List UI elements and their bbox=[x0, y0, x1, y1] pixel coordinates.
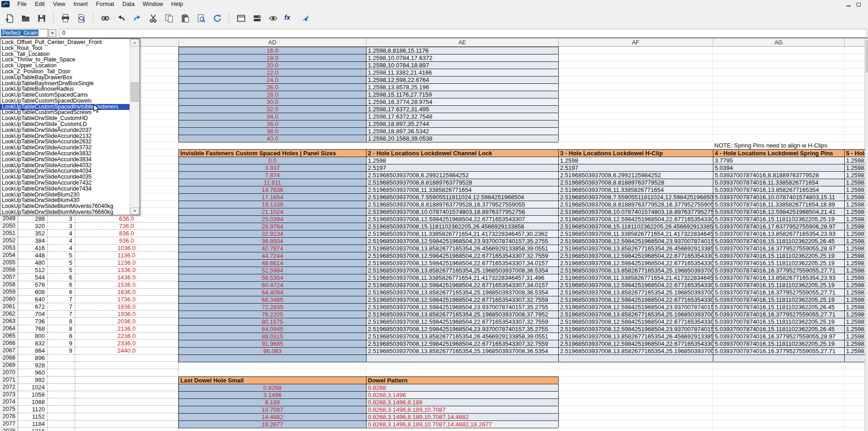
cell-ac[interactable] bbox=[75, 391, 178, 398]
cell-ag[interactable]: 5.03937007874016,15.1181102362205,25.19 bbox=[713, 252, 845, 260]
cell-ah[interactable]: 1.2598,5 bbox=[844, 208, 865, 216]
cell-af[interactable]: 2.51968503937008,13.8582677165354,26.456… bbox=[558, 245, 713, 252]
cell-ag[interactable]: 5.03937007874016,13.8582677165354 bbox=[713, 186, 845, 194]
cell-ad[interactable]: 14.7638 bbox=[178, 186, 367, 194]
cell-c[interactable]: 5 bbox=[48, 252, 75, 259]
cell-ah[interactable] bbox=[844, 61, 865, 69]
name-list-item[interactable]: LookUpTableDrwSlideAccuride2632 bbox=[0, 139, 130, 145]
table-header-2-hole[interactable]: 2 - Hole Locations Lockdowel Channel Loc… bbox=[366, 149, 559, 157]
cell-af[interactable] bbox=[558, 142, 713, 149]
name-list-item[interactable]: LookUpTableBayInsertDrwBoxSingle bbox=[0, 81, 130, 87]
cell-ae[interactable]: 1.2598,11.3382,21.4166 bbox=[366, 69, 559, 76]
cell-ah[interactable] bbox=[844, 120, 865, 127]
cell-ae[interactable]: 2.51968503937008,11.3385826771654,21.417… bbox=[366, 230, 559, 238]
cell-ag[interactable] bbox=[713, 69, 844, 76]
cell-ag[interactable] bbox=[713, 420, 844, 428]
cell-ah[interactable]: 1.2598,5 bbox=[844, 281, 865, 289]
cell-ah[interactable]: 1.2598,5 bbox=[844, 223, 865, 230]
column-header-af[interactable]: AF bbox=[558, 38, 713, 47]
cell-ag[interactable] bbox=[713, 391, 844, 398]
cell-ae[interactable]: 2.51968503937008,12.5984251968504,22.677… bbox=[366, 215, 559, 223]
menu-help[interactable]: Help bbox=[167, 1, 187, 7]
row-header[interactable]: 2069 bbox=[0, 362, 18, 369]
row-header[interactable]: 2059 bbox=[0, 289, 18, 296]
cell-ac[interactable] bbox=[75, 369, 178, 376]
cell-ad[interactable] bbox=[178, 369, 366, 376]
cell-ae[interactable]: 2.51968503937008,8.81889763779528,16.377… bbox=[366, 201, 559, 208]
name-list-item[interactable]: LookUpTableDrwSlideAccuride3832 bbox=[0, 151, 130, 157]
cell-ad[interactable]: 88.0315 bbox=[178, 333, 367, 340]
cell-ad[interactable]: 28.0 bbox=[178, 91, 367, 98]
cell-ac[interactable]: 836.0 bbox=[75, 230, 178, 237]
cell-af[interactable]: 2.51968503937008,13.8582677165354,25.196… bbox=[558, 267, 713, 274]
cell-ad[interactable]: 96.063 bbox=[178, 347, 367, 355]
table-header-panel-sizes[interactable]: Invisible Fasteners Custom Spaced Holes … bbox=[178, 149, 367, 157]
cell-c[interactable]: 4 bbox=[48, 230, 75, 237]
cell-ad[interactable]: 36.8504 bbox=[178, 237, 367, 245]
cell-ag[interactable] bbox=[713, 398, 844, 406]
cell-ag[interactable] bbox=[713, 127, 844, 135]
cell-b[interactable]: 512 bbox=[18, 267, 48, 274]
cell-ad[interactable] bbox=[178, 142, 366, 149]
cell-af[interactable] bbox=[558, 61, 713, 69]
cell-af[interactable] bbox=[558, 135, 713, 142]
cell-ae[interactable]: 0.8268,3.1496,8.189,10.7087,14.4882 bbox=[366, 413, 559, 421]
menu-view[interactable]: View bbox=[49, 1, 70, 7]
cell-ad[interactable]: 3.1496 bbox=[178, 391, 367, 399]
name-list-item-selected[interactable]: LookUpTableCustomSpacedInvisibleFastener… bbox=[0, 104, 130, 110]
name-box-dropdown-arrow-icon[interactable]: ▼ bbox=[49, 29, 56, 37]
cell-ad[interactable]: 64.4094 bbox=[178, 289, 367, 296]
cell-ag[interactable] bbox=[713, 61, 844, 69]
cell-ah[interactable] bbox=[844, 398, 865, 406]
cell-af[interactable]: 2.51968503937008,15.1181102362205,26.456… bbox=[558, 223, 713, 230]
cell-ae[interactable]: 2.51968503937008,13.8582677165354,25.196… bbox=[366, 267, 559, 274]
cell-ah[interactable]: 1.2598,5 bbox=[844, 340, 865, 348]
cell-c[interactable]: 7 bbox=[48, 303, 75, 311]
cell-ae[interactable]: 0.8268,3.1496,8.189,10.7087,14.4882,18.2… bbox=[366, 420, 559, 428]
cell-af[interactable] bbox=[558, 54, 713, 61]
row-header[interactable]: 2058 bbox=[0, 281, 18, 289]
cell-ac[interactable] bbox=[75, 428, 178, 431]
cell-af[interactable] bbox=[558, 362, 713, 369]
column-header-ag[interactable]: AG bbox=[713, 38, 844, 47]
restore-icon[interactable] bbox=[856, 2, 862, 6]
cell-ag[interactable] bbox=[713, 47, 844, 54]
cell-ac[interactable]: 1536.0 bbox=[75, 281, 178, 289]
cut-button[interactable] bbox=[147, 12, 159, 24]
cell-af[interactable]: 2.5197 bbox=[558, 164, 713, 172]
cell-ad[interactable] bbox=[178, 355, 367, 362]
cell-ad[interactable]: 17.1654 bbox=[178, 193, 367, 201]
cell-ah[interactable]: 1.2598,5 bbox=[844, 267, 865, 274]
cell-ah[interactable]: 1.2598,3 bbox=[844, 179, 865, 186]
cell-ah[interactable] bbox=[844, 362, 865, 369]
row-header[interactable]: 2066 bbox=[0, 340, 18, 347]
cell-ad[interactable]: 18.2677 bbox=[178, 420, 367, 428]
row-header[interactable]: 2070 bbox=[0, 369, 18, 376]
cell-c[interactable]: 9 bbox=[48, 340, 75, 347]
cell-ad[interactable]: 26.0 bbox=[178, 83, 367, 91]
cell-ae[interactable]: 1.2598,15.1176,27.7159 bbox=[366, 91, 559, 98]
cell-c[interactable]: 4 bbox=[48, 237, 75, 245]
cell-ag[interactable] bbox=[713, 54, 844, 61]
cell-ae[interactable]: 1.2598,16.3774,28.9754 bbox=[366, 98, 559, 106]
cell-ae[interactable]: 1.2598 bbox=[366, 157, 559, 164]
cell-ad[interactable]: 25.0394 bbox=[178, 215, 367, 223]
row-header[interactable]: 2064 bbox=[0, 325, 18, 333]
cell-ag[interactable] bbox=[713, 98, 844, 105]
cell-ac[interactable]: 736.0 bbox=[75, 223, 178, 230]
cell-ah[interactable]: 1.2598 bbox=[844, 157, 865, 164]
cell-ae[interactable]: 2.51968503937008,12.5984251968504,23.937… bbox=[366, 237, 559, 245]
cell-af[interactable] bbox=[558, 384, 713, 391]
cell-ag[interactable]: 5.03937007874016,16.3779527559055,28.97 bbox=[713, 333, 845, 340]
name-list-item[interactable]: LookUpTableDrwSlideAccuride3834 bbox=[0, 157, 130, 163]
cell-af[interactable] bbox=[558, 98, 713, 105]
column-header-ae[interactable]: AE bbox=[366, 38, 558, 47]
cell-ad[interactable]: 19.1339 bbox=[178, 201, 367, 208]
cell-ag[interactable]: 5.03937007874016,17.6377952755906,28.97 bbox=[713, 223, 845, 230]
row-header[interactable]: 2063 bbox=[0, 318, 18, 325]
cell-ah[interactable]: 1.2598,5 bbox=[844, 230, 865, 238]
copy-button[interactable] bbox=[163, 12, 175, 24]
cell-ae[interactable]: 1.2598,17.6372,32.7548 bbox=[366, 113, 559, 120]
cell-af[interactable] bbox=[558, 113, 713, 120]
name-list-item[interactable]: LookUpTableDrwSlideAccuride2037 bbox=[0, 127, 130, 133]
